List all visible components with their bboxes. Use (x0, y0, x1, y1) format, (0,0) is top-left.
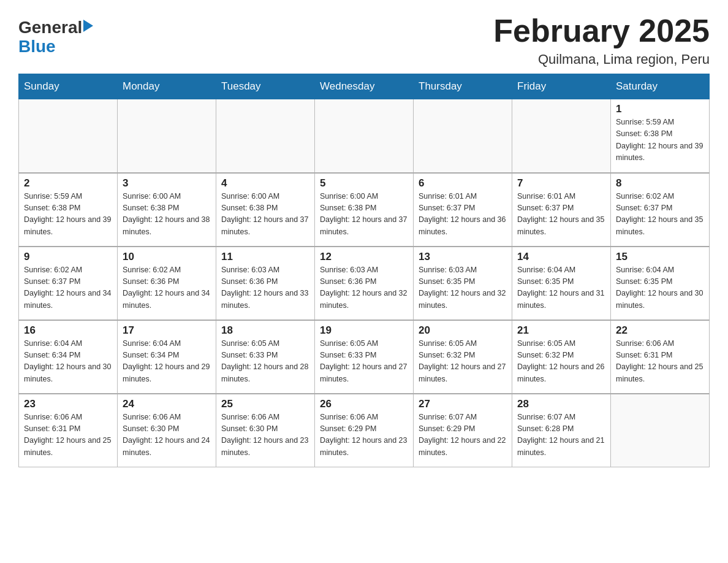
calendar-cell (512, 99, 611, 173)
day-number: 25 (221, 398, 309, 410)
day-number: 5 (320, 177, 408, 190)
day-info: Sunrise: 6:00 AM Sunset: 6:38 PM Dayligh… (221, 191, 309, 239)
day-info: Sunrise: 6:06 AM Sunset: 6:29 PM Dayligh… (320, 412, 408, 459)
calendar-cell (19, 99, 118, 173)
calendar-cell: 25Sunrise: 6:06 AM Sunset: 6:30 PM Dayli… (216, 394, 315, 467)
calendar-cell: 11Sunrise: 6:03 AM Sunset: 6:36 PM Dayli… (216, 247, 315, 320)
day-info: Sunrise: 6:02 AM Sunset: 6:37 PM Dayligh… (24, 264, 112, 312)
week-row-1: 1Sunrise: 5:59 AM Sunset: 6:38 PM Daylig… (19, 99, 710, 173)
day-info: Sunrise: 6:03 AM Sunset: 6:36 PM Dayligh… (221, 264, 309, 312)
week-row-4: 16Sunrise: 6:04 AM Sunset: 6:34 PM Dayli… (19, 320, 710, 394)
calendar-cell: 20Sunrise: 6:05 AM Sunset: 6:32 PM Dayli… (414, 320, 512, 394)
calendar-cell: 22Sunrise: 6:06 AM Sunset: 6:31 PM Dayli… (611, 320, 710, 394)
day-number: 21 (517, 324, 605, 337)
col-monday: Monday (118, 74, 216, 99)
calendar-table: Sunday Monday Tuesday Wednesday Thursday… (18, 74, 710, 467)
col-friday: Friday (512, 74, 611, 99)
logo-arrow-icon (83, 20, 93, 32)
day-info: Sunrise: 6:05 AM Sunset: 6:33 PM Dayligh… (221, 338, 309, 386)
day-number: 15 (616, 251, 704, 263)
logo-blue: Blue (18, 37, 93, 56)
calendar-cell: 19Sunrise: 6:05 AM Sunset: 6:33 PM Dayli… (315, 320, 414, 394)
calendar-cell (216, 99, 315, 173)
calendar-cell: 9Sunrise: 6:02 AM Sunset: 6:37 PM Daylig… (19, 247, 118, 320)
calendar-cell: 6Sunrise: 6:01 AM Sunset: 6:37 PM Daylig… (414, 173, 512, 247)
calendar-cell: 4Sunrise: 6:00 AM Sunset: 6:38 PM Daylig… (216, 173, 315, 247)
day-number: 14 (517, 251, 605, 263)
day-info: Sunrise: 6:04 AM Sunset: 6:35 PM Dayligh… (616, 264, 704, 312)
title-section: February 2025 Quilmana, Lima region, Per… (493, 12, 710, 67)
calendar-cell: 1Sunrise: 5:59 AM Sunset: 6:38 PM Daylig… (611, 99, 710, 173)
day-number: 19 (320, 324, 408, 337)
day-info: Sunrise: 6:06 AM Sunset: 6:31 PM Dayligh… (24, 412, 112, 459)
day-number: 4 (221, 177, 309, 190)
day-info: Sunrise: 5:59 AM Sunset: 6:38 PM Dayligh… (24, 191, 112, 239)
calendar-cell: 17Sunrise: 6:04 AM Sunset: 6:34 PM Dayli… (118, 320, 216, 394)
calendar-cell: 16Sunrise: 6:04 AM Sunset: 6:34 PM Dayli… (19, 320, 118, 394)
logo: General Blue (18, 18, 93, 56)
month-title: February 2025 (493, 12, 710, 49)
col-sunday: Sunday (19, 74, 118, 99)
week-row-2: 2Sunrise: 5:59 AM Sunset: 6:38 PM Daylig… (19, 173, 710, 247)
calendar-cell: 8Sunrise: 6:02 AM Sunset: 6:37 PM Daylig… (611, 173, 710, 247)
day-info: Sunrise: 6:05 AM Sunset: 6:32 PM Dayligh… (419, 338, 507, 386)
day-info: Sunrise: 6:06 AM Sunset: 6:30 PM Dayligh… (123, 412, 211, 459)
calendar-cell (414, 99, 512, 173)
day-number: 28 (517, 398, 605, 410)
day-number: 26 (320, 398, 408, 410)
day-number: 27 (419, 398, 507, 410)
day-info: Sunrise: 6:07 AM Sunset: 6:29 PM Dayligh… (419, 412, 507, 459)
calendar-cell: 24Sunrise: 6:06 AM Sunset: 6:30 PM Dayli… (118, 394, 216, 467)
day-info: Sunrise: 6:03 AM Sunset: 6:36 PM Dayligh… (320, 264, 408, 312)
day-number: 16 (24, 324, 112, 337)
col-thursday: Thursday (414, 74, 512, 99)
day-info: Sunrise: 6:04 AM Sunset: 6:34 PM Dayligh… (24, 338, 112, 386)
day-number: 12 (320, 251, 408, 263)
calendar-header-row: Sunday Monday Tuesday Wednesday Thursday… (19, 74, 710, 99)
day-number: 6 (419, 177, 507, 190)
calendar-cell: 2Sunrise: 5:59 AM Sunset: 6:38 PM Daylig… (19, 173, 118, 247)
day-number: 24 (123, 398, 211, 410)
day-info: Sunrise: 6:04 AM Sunset: 6:35 PM Dayligh… (517, 264, 605, 312)
calendar-cell: 26Sunrise: 6:06 AM Sunset: 6:29 PM Dayli… (315, 394, 414, 467)
day-number: 11 (221, 251, 309, 263)
calendar-cell: 21Sunrise: 6:05 AM Sunset: 6:32 PM Dayli… (512, 320, 611, 394)
day-number: 3 (123, 177, 211, 190)
day-number: 10 (123, 251, 211, 263)
calendar-cell: 13Sunrise: 6:03 AM Sunset: 6:35 PM Dayli… (414, 247, 512, 320)
day-number: 23 (24, 398, 112, 410)
day-number: 8 (616, 177, 704, 190)
day-number: 18 (221, 324, 309, 337)
calendar-cell: 18Sunrise: 6:05 AM Sunset: 6:33 PM Dayli… (216, 320, 315, 394)
day-info: Sunrise: 6:07 AM Sunset: 6:28 PM Dayligh… (517, 412, 605, 459)
calendar-cell (118, 99, 216, 173)
day-info: Sunrise: 6:02 AM Sunset: 6:37 PM Dayligh… (616, 191, 704, 239)
day-number: 1 (616, 103, 704, 115)
col-wednesday: Wednesday (315, 74, 414, 99)
calendar-cell: 7Sunrise: 6:01 AM Sunset: 6:37 PM Daylig… (512, 173, 611, 247)
day-info: Sunrise: 6:02 AM Sunset: 6:36 PM Dayligh… (123, 264, 211, 312)
day-info: Sunrise: 6:01 AM Sunset: 6:37 PM Dayligh… (419, 191, 507, 239)
day-info: Sunrise: 6:00 AM Sunset: 6:38 PM Dayligh… (123, 191, 211, 239)
day-number: 17 (123, 324, 211, 337)
calendar-cell: 5Sunrise: 6:00 AM Sunset: 6:38 PM Daylig… (315, 173, 414, 247)
week-row-5: 23Sunrise: 6:06 AM Sunset: 6:31 PM Dayli… (19, 394, 710, 467)
day-info: Sunrise: 6:06 AM Sunset: 6:31 PM Dayligh… (616, 338, 704, 386)
col-saturday: Saturday (611, 74, 710, 99)
calendar-cell: 23Sunrise: 6:06 AM Sunset: 6:31 PM Dayli… (19, 394, 118, 467)
day-info: Sunrise: 6:00 AM Sunset: 6:38 PM Dayligh… (320, 191, 408, 239)
day-info: Sunrise: 6:05 AM Sunset: 6:32 PM Dayligh… (517, 338, 605, 386)
day-info: Sunrise: 6:04 AM Sunset: 6:34 PM Dayligh… (123, 338, 211, 386)
location-title: Quilmana, Lima region, Peru (493, 52, 710, 67)
calendar-cell: 12Sunrise: 6:03 AM Sunset: 6:36 PM Dayli… (315, 247, 414, 320)
day-number: 22 (616, 324, 704, 337)
calendar-cell: 10Sunrise: 6:02 AM Sunset: 6:36 PM Dayli… (118, 247, 216, 320)
day-info: Sunrise: 6:01 AM Sunset: 6:37 PM Dayligh… (517, 191, 605, 239)
calendar-cell: 28Sunrise: 6:07 AM Sunset: 6:28 PM Dayli… (512, 394, 611, 467)
day-number: 7 (517, 177, 605, 190)
day-info: Sunrise: 6:05 AM Sunset: 6:33 PM Dayligh… (320, 338, 408, 386)
week-row-3: 9Sunrise: 6:02 AM Sunset: 6:37 PM Daylig… (19, 247, 710, 320)
col-tuesday: Tuesday (216, 74, 315, 99)
calendar-cell (611, 394, 710, 467)
day-number: 9 (24, 251, 112, 263)
